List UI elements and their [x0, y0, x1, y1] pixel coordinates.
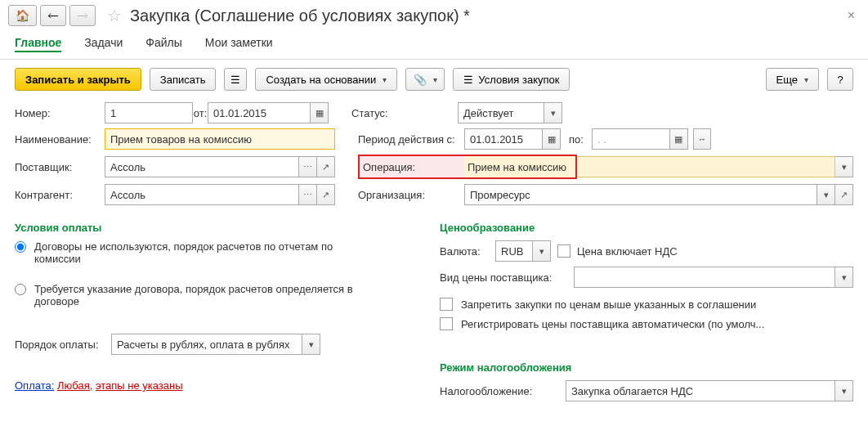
- create-based-button[interactable]: Создать на основании: [255, 68, 397, 91]
- open-icon[interactable]: ↗: [835, 184, 853, 205]
- ellipsis-icon[interactable]: ⋯: [299, 184, 317, 205]
- attach-button[interactable]: 📎: [405, 68, 445, 91]
- radio-contract-required[interactable]: [15, 284, 26, 295]
- contragent-label: Контрагент:: [15, 189, 105, 201]
- tax-select[interactable]: Закупка облагается НДС: [566, 380, 835, 401]
- payment-link[interactable]: Оплата:: [15, 379, 54, 392]
- chevron-down-icon[interactable]: ▾: [302, 334, 320, 355]
- to-label: по:: [561, 133, 592, 146]
- help-button[interactable]: ?: [827, 68, 853, 91]
- chevron-down-icon[interactable]: ▾: [835, 267, 853, 288]
- tab-tasks[interactable]: Задачи: [84, 34, 123, 52]
- page-title: Закупка (Соглашение об условиях закупок)…: [130, 7, 470, 25]
- open-icon[interactable]: ↗: [317, 156, 335, 177]
- from-label: от:: [193, 107, 208, 119]
- calendar-icon[interactable]: ▦: [311, 102, 329, 123]
- vat-included-label: Цена включает НДС: [577, 245, 678, 258]
- radio-contract-required-label: Требуется указание договора, порядок рас…: [34, 283, 378, 307]
- operation-value: Прием на комиссию: [464, 155, 577, 179]
- payment-order-label: Порядок оплаты:: [15, 339, 111, 351]
- org-input[interactable]: Промресурс: [464, 184, 817, 205]
- calendar-icon[interactable]: ▦: [670, 128, 688, 150]
- chevron-down-icon[interactable]: ▾: [544, 102, 562, 123]
- pricing-section-title: Ценообразование: [440, 210, 853, 240]
- number-label: Номер:: [15, 107, 105, 119]
- status-select[interactable]: Действует: [458, 102, 544, 123]
- period-label: Период действия с:: [358, 133, 464, 146]
- ellipsis-icon[interactable]: ⋯: [299, 156, 317, 177]
- payment-stages-link[interactable]: этапы не указаны: [96, 379, 183, 392]
- chevron-down-icon[interactable]: ▾: [835, 156, 853, 177]
- forbid-higher-checkbox[interactable]: [440, 298, 453, 311]
- supplier-input[interactable]: Ассоль: [105, 156, 299, 177]
- currency-select[interactable]: RUB: [495, 240, 533, 262]
- chevron-down-icon[interactable]: ▾: [533, 240, 551, 262]
- save-button[interactable]: Записать: [150, 68, 217, 91]
- contragent-input[interactable]: Ассоль: [105, 184, 299, 205]
- period-to-input[interactable]: . .: [592, 128, 670, 150]
- close-button[interactable]: ×: [843, 8, 860, 23]
- forward-button[interactable]: 🡒: [69, 5, 96, 26]
- org-label: Организация:: [358, 189, 464, 201]
- favorite-icon[interactable]: ☆: [107, 6, 122, 25]
- pricetype-label: Вид цены поставщика:: [440, 271, 567, 284]
- payment-any-link[interactable]: Любая,: [57, 379, 92, 392]
- tab-notes[interactable]: Мои заметки: [205, 34, 273, 52]
- forbid-higher-label: Запретить закупки по ценам выше указанны…: [461, 298, 756, 311]
- operation-label: Операция:: [358, 155, 464, 179]
- currency-label: Валюта:: [440, 245, 489, 258]
- payment-order-select[interactable]: Расчеты в рублях, оплата в рублях: [111, 334, 302, 355]
- save-close-button[interactable]: Записать и закрыть: [15, 68, 141, 91]
- name-label: Наименование:: [15, 133, 105, 146]
- tax-label: Налогообложение:: [440, 385, 559, 397]
- tab-files[interactable]: Файлы: [145, 34, 181, 52]
- list-icon-button[interactable]: ☰: [224, 68, 247, 91]
- conditions-button[interactable]: ☰ Условия закупок: [453, 68, 570, 91]
- number-input[interactable]: 1: [105, 102, 193, 123]
- payment-section-title: Условия оплаты: [15, 210, 432, 240]
- more-button[interactable]: Еще: [766, 68, 819, 91]
- calendar-icon[interactable]: ▦: [543, 128, 561, 150]
- chevron-down-icon[interactable]: ▾: [817, 184, 835, 205]
- register-auto-label: Регистрировать цены поставщика автоматич…: [461, 318, 764, 330]
- from-date-input[interactable]: 01.01.2015: [208, 102, 311, 123]
- open-icon[interactable]: ↗: [317, 184, 335, 205]
- chevron-down-icon[interactable]: ▾: [835, 380, 853, 401]
- name-input[interactable]: Прием товаров на комиссию: [105, 128, 335, 150]
- vat-included-checkbox[interactable]: [557, 244, 570, 258]
- tax-section-title: Режим налогообложения: [440, 337, 853, 380]
- radio-no-contracts[interactable]: [15, 241, 26, 253]
- radio-no-contracts-label: Договоры не используются, порядок расчет…: [34, 240, 378, 265]
- tab-main[interactable]: Главное: [15, 34, 61, 52]
- period-from-input[interactable]: 01.01.2015: [464, 128, 543, 150]
- swap-icon[interactable]: ↔: [693, 128, 711, 150]
- supplier-label: Поставщик:: [15, 161, 105, 173]
- status-label: Статус:: [351, 107, 458, 119]
- operation-select-ext[interactable]: [577, 156, 835, 177]
- home-button[interactable]: 🏠: [8, 5, 37, 26]
- back-button[interactable]: 🡐: [40, 5, 66, 26]
- pricetype-select[interactable]: [574, 267, 835, 288]
- register-auto-checkbox[interactable]: [440, 317, 453, 330]
